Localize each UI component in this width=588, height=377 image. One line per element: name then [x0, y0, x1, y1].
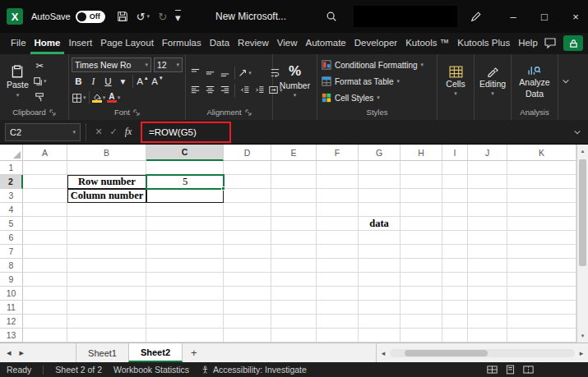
cell-E3[interactable]	[271, 189, 317, 203]
cell-J6[interactable]	[468, 231, 507, 245]
cell-F3[interactable]	[317, 189, 359, 203]
cell-D4[interactable]	[224, 203, 271, 217]
cut-button[interactable]: ✂	[33, 58, 47, 73]
cell-C5[interactable]	[146, 217, 224, 231]
close-button[interactable]: ×	[568, 11, 583, 23]
row-header-13[interactable]: 13	[0, 329, 23, 343]
row-header-7[interactable]: 7	[0, 245, 23, 259]
align-center-button[interactable]	[203, 83, 217, 98]
cell-J9[interactable]	[468, 273, 507, 287]
cell-F7[interactable]	[317, 245, 359, 259]
vertical-scrollbar[interactable]: ▲ ▼	[576, 145, 588, 343]
cell-F6[interactable]	[317, 231, 359, 245]
cell-I12[interactable]	[442, 315, 468, 329]
cell-G8[interactable]	[359, 259, 400, 273]
enter-button[interactable]: ✓	[106, 126, 121, 137]
align-right-button[interactable]	[218, 83, 232, 98]
cell-H8[interactable]	[400, 259, 442, 273]
cell-H11[interactable]	[400, 301, 442, 315]
comments-button[interactable]	[544, 37, 557, 49]
cell-C6[interactable]	[146, 231, 224, 245]
cell-K2[interactable]	[507, 175, 576, 189]
menu-tab-help[interactable]: Help	[514, 33, 542, 54]
cell-H13[interactable]	[400, 329, 442, 343]
cell-G6[interactable]	[359, 231, 400, 245]
cell-H3[interactable]	[400, 189, 442, 203]
number-chevron-icon[interactable]: ▾	[294, 92, 297, 99]
cell-H2[interactable]	[400, 175, 442, 189]
format-painter-button[interactable]	[33, 90, 47, 104]
cell-K8[interactable]	[507, 259, 576, 273]
scroll-up-arrow[interactable]: ▲	[577, 145, 588, 158]
cell-D1[interactable]	[224, 161, 271, 175]
cancel-button[interactable]: ✕	[91, 126, 106, 137]
cell-D3[interactable]	[224, 189, 271, 203]
increase-indent-button[interactable]	[252, 83, 266, 98]
cell-E11[interactable]	[271, 301, 317, 315]
row-header-2[interactable]: 2	[0, 175, 23, 189]
orientation-button[interactable]: ▾	[238, 66, 252, 80]
cell-C2[interactable]: 5	[146, 175, 224, 189]
add-sheet-button[interactable]: +	[183, 343, 206, 362]
bold-button[interactable]: B	[72, 74, 86, 89]
fill-color-button[interactable]: ▾	[92, 90, 106, 105]
cell-B5[interactable]	[67, 217, 146, 231]
cell-C8[interactable]	[146, 259, 224, 273]
sheet-nav-left-icon[interactable]: ◂	[7, 347, 12, 358]
number-format-button[interactable]: % Number ▾	[275, 62, 314, 100]
cell-H5[interactable]	[400, 217, 442, 231]
cell-B8[interactable]	[67, 259, 146, 273]
cell-A11[interactable]	[23, 301, 67, 315]
horizontal-scroll-thumb[interactable]	[405, 350, 488, 356]
cell-D11[interactable]	[224, 301, 271, 315]
cell-J5[interactable]	[468, 217, 507, 231]
cell-C7[interactable]	[146, 245, 224, 259]
cell-E9[interactable]	[271, 273, 317, 287]
redo-button[interactable]: ↻	[158, 11, 167, 23]
cell-H12[interactable]	[400, 315, 442, 329]
cell-E6[interactable]	[271, 231, 317, 245]
cell-F4[interactable]	[317, 203, 359, 217]
cells-button[interactable]: Cells ▾	[442, 64, 469, 99]
sheet-tab-sheet2[interactable]: Sheet2	[128, 343, 183, 362]
cell-K1[interactable]	[507, 161, 576, 175]
cell-J1[interactable]	[468, 161, 507, 175]
italic-button[interactable]: I	[86, 74, 100, 89]
horizontal-scrollbar[interactable]: ◂ ▸	[376, 343, 588, 362]
cell-H1[interactable]	[400, 161, 442, 175]
cell-A4[interactable]	[23, 203, 67, 217]
cell-B9[interactable]	[67, 273, 146, 287]
decrease-font-button[interactable]: A▼	[150, 74, 164, 89]
autosave-toggle[interactable]: Off	[76, 11, 105, 23]
cell-A10[interactable]	[23, 287, 67, 301]
cell-C11[interactable]	[146, 301, 224, 315]
cell-D2[interactable]	[224, 175, 271, 189]
cell-A8[interactable]	[23, 259, 67, 273]
cell-B11[interactable]	[67, 301, 146, 315]
cell-A3[interactable]	[23, 189, 67, 203]
cell-B2[interactable]: Row number	[67, 175, 146, 189]
cell-I3[interactable]	[442, 189, 468, 203]
conditional-formatting-button[interactable]: Conditional Formatting ▾	[322, 57, 424, 73]
minimize-button[interactable]: –	[506, 11, 521, 23]
cell-J4[interactable]	[468, 203, 507, 217]
menu-tab-kutools-plus[interactable]: Kutools Plus	[453, 33, 514, 54]
cell-F2[interactable]	[317, 175, 359, 189]
underline-chevron-icon[interactable]: ▾	[116, 74, 130, 89]
borders-chevron-icon[interactable]: ▾	[83, 94, 86, 101]
menu-tab-file[interactable]: File	[7, 33, 30, 54]
row-header-6[interactable]: 6	[0, 231, 23, 245]
cell-J12[interactable]	[468, 315, 507, 329]
menu-tab-automate[interactable]: Automate	[302, 33, 350, 54]
search-button[interactable]	[326, 11, 337, 22]
vertical-scroll-thumb[interactable]	[579, 159, 586, 266]
cell-styles-button[interactable]: Cell Styles ▾	[322, 90, 380, 106]
cell-H4[interactable]	[400, 203, 442, 217]
share-button[interactable]	[563, 35, 583, 51]
menu-tab-page-layout[interactable]: Page Layout	[96, 33, 158, 54]
cell-G9[interactable]	[359, 273, 400, 287]
cell-F5[interactable]	[317, 217, 359, 231]
analyze-data-button[interactable]: Analyze Data	[515, 62, 553, 100]
editing-button[interactable]: Editing ▾	[475, 64, 510, 99]
cell-K5[interactable]	[507, 217, 576, 231]
